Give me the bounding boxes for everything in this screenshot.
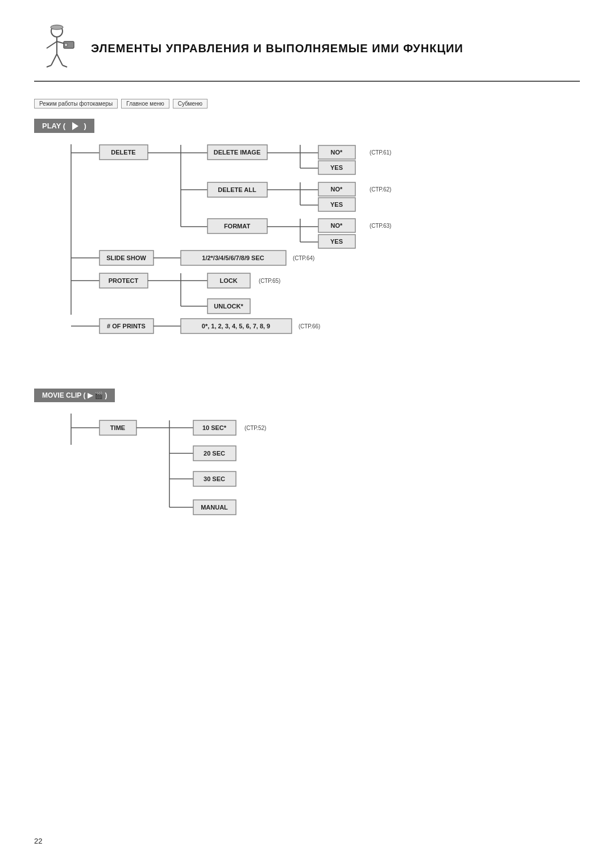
svg-text:DELETE IMAGE: DELETE IMAGE (214, 149, 261, 156)
svg-text:UNLOCK*: UNLOCK* (214, 303, 243, 310)
svg-text:DELETE: DELETE (111, 149, 135, 156)
page: ЭЛЕМЕНТЫ УПРАВЛЕНИЯ И ВЫПОЛНЯЕМЫЕ ИМИ ФУ… (0, 0, 614, 868)
svg-text:YES: YES (330, 201, 343, 208)
movie-tree-svg: TIME 10 SEC* (СТР.52) 20 SEC 30 SEC MANU… (40, 402, 381, 533)
svg-line-8 (57, 54, 63, 65)
page-title: ЭЛЕМЕНТЫ УПРАВЛЕНИЯ И ВЫПОЛНЯЕМЫЕ ИМИ ФУ… (91, 42, 463, 55)
svg-text:# OF PRINTS: # OF PRINTS (107, 323, 146, 329)
legend-row: Режим работы фотокамеры Главное меню Суб… (34, 99, 580, 108)
svg-text:SLIDE SHOW: SLIDE SHOW (106, 254, 146, 261)
svg-text:(СТР.62): (СТР.62) (370, 186, 391, 193)
svg-text:NO*: NO* (331, 222, 343, 229)
svg-line-10 (63, 65, 67, 67)
movie-section: MOVIE CLIP ( ▶ 🎬 ) TIME 10 SEC* (СТР.52)… (34, 389, 580, 533)
svg-text:NO*: NO* (331, 149, 343, 156)
svg-line-9 (47, 65, 51, 67)
svg-point-6 (64, 43, 68, 47)
play-tree-svg: DELETE DELETE IMAGE NO* (СТР.61) YES DEL… (40, 133, 523, 372)
play-section: PLAY ( ) DELETE DELETE IMAGE (34, 119, 580, 372)
svg-text:(СТР.52): (СТР.52) (244, 425, 266, 431)
svg-text:YES: YES (330, 164, 343, 171)
svg-text:LOCK: LOCK (219, 277, 237, 284)
svg-text:10 SEC*: 10 SEC* (202, 424, 227, 431)
legend-submenu: Субменю (173, 99, 208, 108)
page-number: 22 (34, 837, 42, 845)
svg-text:(СТР.65): (СТР.65) (259, 278, 280, 284)
svg-line-7 (51, 54, 57, 65)
svg-text:MANUAL: MANUAL (201, 504, 228, 511)
svg-text:(СТР.64): (СТР.64) (293, 255, 314, 261)
svg-text:DELETE ALL: DELETE ALL (218, 186, 256, 193)
svg-text:(СТР.66): (СТР.66) (298, 323, 320, 329)
legend-camera-mode: Режим работы фотокамеры (34, 99, 118, 108)
svg-text:FORMAT: FORMAT (224, 223, 251, 229)
play-header: PLAY ( ) (34, 119, 94, 133)
legend-main-menu: Главное меню (121, 99, 169, 108)
camera-person-icon (34, 23, 80, 74)
svg-text:TIME: TIME (110, 424, 125, 431)
svg-text:30 SEC: 30 SEC (204, 475, 225, 482)
svg-text:0*, 1, 2, 3, 4, 5, 6, 7, 8, 9: 0*, 1, 2, 3, 4, 5, 6, 7, 8, 9 (202, 323, 270, 329)
movie-header: MOVIE CLIP ( ▶ 🎬 ) (34, 389, 115, 402)
svg-text:20 SEC: 20 SEC (204, 450, 225, 457)
svg-text:YES: YES (330, 238, 343, 245)
play-icon (72, 122, 78, 130)
svg-text:(СТР.61): (СТР.61) (370, 149, 391, 156)
svg-text:PROTECT: PROTECT (109, 277, 139, 284)
header: ЭЛЕМЕНТЫ УПРАВЛЕНИЯ И ВЫПОЛНЯЕМЫЕ ИМИ ФУ… (34, 23, 580, 82)
svg-point-1 (51, 25, 63, 30)
svg-text:(СТР.63): (СТР.63) (370, 223, 391, 229)
svg-line-3 (47, 41, 57, 48)
svg-text:NO*: NO* (331, 186, 343, 193)
svg-text:1/2*/3/4/5/6/7/8/9 SEC: 1/2*/3/4/5/6/7/8/9 SEC (202, 254, 264, 261)
